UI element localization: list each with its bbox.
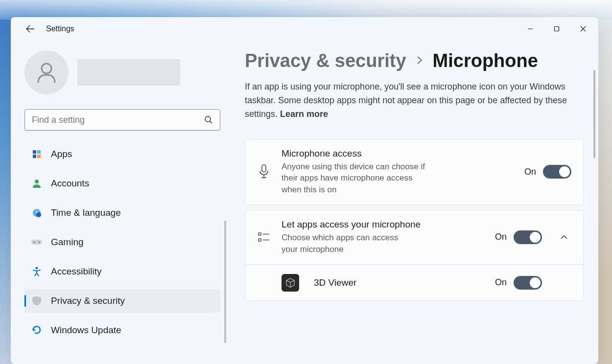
svg-rect-19: [259, 239, 261, 241]
breadcrumb-current: Microphone: [433, 50, 538, 71]
search-input[interactable]: [32, 115, 204, 125]
svg-point-11: [36, 212, 41, 217]
search-icon: [204, 115, 213, 124]
back-button[interactable]: [21, 19, 40, 39]
svg-point-9: [35, 180, 39, 183]
svg-line-4: [210, 121, 212, 123]
sidebar-item-label: Accounts: [51, 178, 89, 189]
toggle-state: On: [495, 232, 507, 242]
svg-rect-17: [259, 233, 261, 235]
svg-point-13: [34, 242, 35, 243]
svg-rect-5: [33, 150, 36, 154]
expand-button[interactable]: [557, 235, 571, 240]
toggle-state: On: [524, 167, 536, 177]
card-subtitle: Choose which apps can access your microp…: [282, 232, 414, 255]
app-name: 3D Viewer: [310, 277, 484, 288]
app-row-3dviewer: 3D Viewer On: [245, 265, 584, 301]
breadcrumb-parent[interactable]: Privacy & security: [245, 50, 406, 71]
sidebar-item-label: Accessibility: [51, 266, 101, 277]
minimize-icon: [527, 26, 533, 32]
page-description: If an app is using your microphone, you'…: [245, 80, 578, 121]
maximize-icon: [554, 26, 560, 32]
svg-rect-7: [33, 155, 36, 158]
back-arrow-icon: [26, 24, 35, 33]
sidebar-item-apps[interactable]: Apps: [24, 142, 220, 166]
main-scrollbar[interactable]: [593, 70, 595, 158]
svg-rect-6: [37, 150, 41, 154]
sidebar-item-label: Windows Update: [51, 325, 121, 336]
sidebar-item-label: Privacy & security: [51, 296, 125, 306]
microphone-icon: [257, 164, 271, 179]
sidebar-item-label: Apps: [51, 149, 72, 159]
breadcrumb: Privacy & security Microphone: [245, 50, 584, 71]
app-icon-3dviewer: [282, 274, 299, 292]
card-subtitle: Anyone using this device can choose if t…: [282, 161, 433, 196]
settings-window: Settings: [11, 17, 598, 364]
apps-icon: [31, 149, 42, 159]
sidebar-item-label: Gaming: [51, 237, 84, 248]
accessibility-icon: [31, 266, 42, 277]
sidebar-item-gaming[interactable]: Gaming: [24, 230, 220, 254]
card-title: Let apps access your microphone: [282, 219, 484, 230]
svg-point-3: [205, 116, 211, 122]
svg-rect-16: [262, 165, 266, 172]
svg-rect-12: [31, 240, 42, 245]
mic-access-toggle[interactable]: [543, 165, 571, 179]
search-box[interactable]: [24, 109, 220, 131]
minimize-button[interactable]: [519, 21, 541, 37]
nav: Apps Accounts Time & language: [24, 142, 220, 342]
mic-access-card: Microphone access Anyone using this devi…: [245, 139, 584, 205]
gaming-icon: [31, 237, 42, 248]
toggle-state: On: [495, 277, 507, 288]
svg-rect-8: [37, 155, 41, 158]
learn-more-link[interactable]: Learn more: [280, 109, 328, 119]
card-title: Microphone access: [282, 148, 514, 159]
sidebar: Apps Accounts Time & language: [24, 41, 235, 364]
chevron-up-icon: [560, 235, 568, 240]
list-icon: [257, 232, 271, 243]
app-access-card: Let apps access your microphone Choose w…: [245, 210, 584, 265]
main-content: Privacy & security Microphone If an app …: [235, 41, 598, 364]
close-icon: [580, 26, 586, 32]
accounts-icon: [31, 178, 42, 189]
svg-point-14: [39, 242, 40, 243]
titlebar: Settings: [11, 17, 598, 41]
svg-rect-1: [555, 27, 559, 31]
svg-point-15: [36, 267, 38, 270]
user-name: [77, 59, 180, 86]
app-3dviewer-toggle[interactable]: [514, 276, 542, 290]
sidebar-item-update[interactable]: Windows Update: [24, 318, 220, 342]
time-icon: [31, 207, 42, 218]
chevron-right-icon: [416, 53, 423, 68]
sidebar-item-accessibility[interactable]: Accessibility: [24, 260, 220, 283]
maximize-button[interactable]: [545, 21, 568, 37]
svg-point-2: [42, 64, 51, 73]
sidebar-item-time[interactable]: Time & language: [24, 201, 220, 225]
close-button[interactable]: [572, 21, 594, 37]
avatar: [24, 50, 69, 94]
app-title: Settings: [46, 24, 74, 33]
person-icon: [34, 60, 59, 85]
update-icon: [31, 325, 42, 336]
sidebar-item-privacy[interactable]: Privacy & security: [24, 289, 220, 313]
sidebar-item-accounts[interactable]: Accounts: [24, 172, 220, 195]
app-access-toggle[interactable]: [514, 230, 542, 244]
user-profile[interactable]: [24, 50, 220, 94]
sidebar-scrollbar[interactable]: [224, 221, 226, 343]
sidebar-item-label: Time & language: [51, 207, 121, 218]
privacy-icon: [31, 296, 42, 306]
